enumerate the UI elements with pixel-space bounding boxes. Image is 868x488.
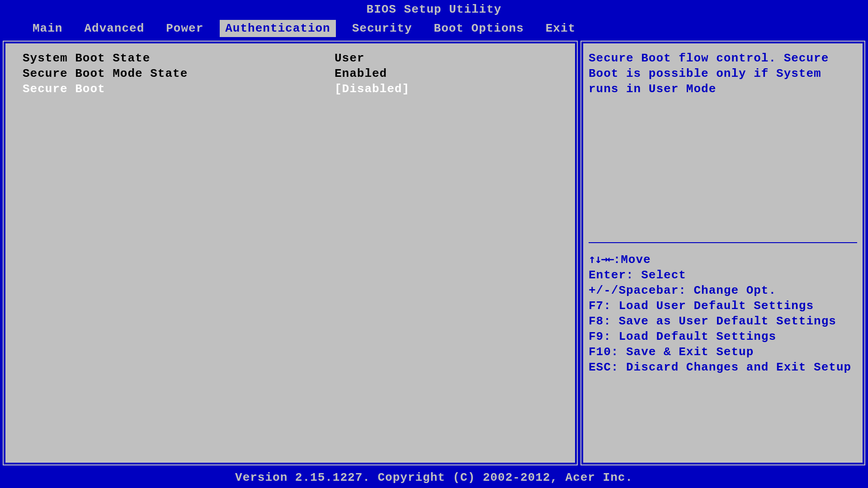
setting-label: Secure Boot bbox=[23, 81, 335, 97]
app-title: BIOS Setup Utility bbox=[367, 3, 502, 16]
tab-advanced[interactable]: Advanced bbox=[79, 20, 150, 37]
help-panel: Secure Boot flow control. Secure Boot is… bbox=[580, 41, 865, 465]
setting-secure-boot-mode-state[interactable]: Secure Boot Mode State Enabled bbox=[23, 66, 558, 81]
tab-security[interactable]: Security bbox=[347, 20, 418, 37]
bios-setup-utility: BIOS Setup Utility Main Advanced Power A… bbox=[0, 0, 868, 488]
help-section: Secure Boot flow control. Secure Boot is… bbox=[589, 51, 857, 236]
tab-main[interactable]: Main bbox=[27, 20, 68, 37]
arrows-icon: ↑↓→← bbox=[589, 252, 613, 266]
title-bar: BIOS Setup Utility bbox=[0, 0, 868, 19]
setting-value: [Disabled] bbox=[335, 81, 410, 97]
key-hints-section: ↑↓→←:Move Enter: Select +/-/Spacebar: Ch… bbox=[589, 251, 857, 375]
setting-label: Secure Boot Mode State bbox=[23, 66, 335, 81]
footer-text: Version 2.15.1227. Copyright (C) 2002-20… bbox=[235, 471, 633, 484]
hint-enter: Enter: Select bbox=[589, 267, 857, 283]
footer-bar: Version 2.15.1227. Copyright (C) 2002-20… bbox=[0, 468, 868, 488]
setting-system-boot-state[interactable]: System Boot State User bbox=[23, 51, 558, 66]
hint-f9: F9: Load Default Settings bbox=[589, 329, 857, 344]
hint-change: +/-/Spacebar: Change Opt. bbox=[589, 283, 857, 298]
hint-f7: F7: Load User Default Settings bbox=[589, 298, 857, 314]
tab-authentication[interactable]: Authentication bbox=[220, 20, 335, 37]
menu-bar: Main Advanced Power Authentication Secur… bbox=[0, 19, 868, 38]
content-area: System Boot State User Secure Boot Mode … bbox=[0, 38, 868, 468]
hint-esc: ESC: Discard Changes and Exit Setup bbox=[589, 360, 857, 375]
setting-value: User bbox=[335, 51, 364, 66]
hint-move-label: :Move bbox=[613, 253, 651, 267]
tab-boot-options[interactable]: Boot Options bbox=[429, 20, 529, 37]
hint-move: ↑↓→←:Move bbox=[589, 251, 857, 267]
help-text: Secure Boot flow control. Secure Boot is… bbox=[589, 51, 857, 97]
hint-f8: F8: Save as User Default Settings bbox=[589, 314, 857, 329]
hint-f10: F10: Save & Exit Setup bbox=[589, 344, 857, 360]
setting-value: Enabled bbox=[335, 66, 387, 81]
tab-power[interactable]: Power bbox=[160, 20, 209, 37]
divider bbox=[589, 242, 857, 243]
setting-secure-boot[interactable]: Secure Boot [Disabled] bbox=[23, 81, 558, 97]
tab-exit[interactable]: Exit bbox=[540, 20, 581, 37]
settings-panel: System Boot State User Secure Boot Mode … bbox=[3, 41, 578, 465]
setting-label: System Boot State bbox=[23, 51, 335, 66]
